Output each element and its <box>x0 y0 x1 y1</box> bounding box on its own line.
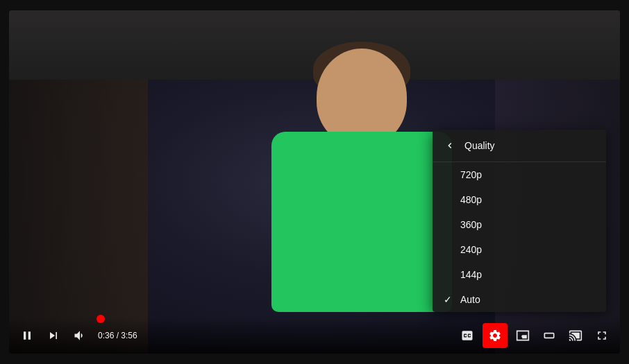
controls-row: 0:36 / 3:56 <box>9 323 620 354</box>
quality-option-240p[interactable]: 240p <box>433 237 606 262</box>
quality-option-360p-label: 360p <box>460 219 482 230</box>
settings-button[interactable] <box>483 323 508 348</box>
quality-option-auto-label: Auto <box>460 294 480 305</box>
quality-option-auto[interactable]: ✓ Auto <box>433 287 606 312</box>
time-display: 0:36 / 3:56 <box>98 331 137 340</box>
controls-bar: 0:36 / 3:56 <box>9 318 620 354</box>
cast-button[interactable] <box>564 324 587 347</box>
volume-button[interactable] <box>69 324 91 347</box>
quality-menu-header[interactable]: Quality <box>433 130 606 162</box>
quality-option-720p-label: 720p <box>460 169 482 180</box>
quality-option-480p[interactable]: 480p <box>433 187 606 212</box>
fullscreen-button[interactable] <box>591 324 613 347</box>
video-player: Quality 720p 480p 360p 240p 144p ✓ Auto <box>9 10 620 354</box>
back-icon <box>444 139 456 152</box>
person-head <box>317 49 407 146</box>
theater-mode-button[interactable] <box>538 324 560 347</box>
skip-button[interactable] <box>42 324 65 347</box>
quality-option-720p[interactable]: 720p <box>433 162 606 187</box>
quality-menu: Quality 720p 480p 360p 240p 144p ✓ Auto <box>433 130 606 312</box>
quality-menu-title: Quality <box>464 140 495 151</box>
progress-dot <box>97 315 105 323</box>
person-body <box>271 132 452 312</box>
quality-option-360p[interactable]: 360p <box>433 212 606 237</box>
quality-option-240p-label: 240p <box>460 244 482 255</box>
miniplayer-button[interactable] <box>512 324 534 347</box>
check-icon: ✓ <box>444 294 452 305</box>
quality-option-480p-label: 480p <box>460 194 482 205</box>
captions-button[interactable] <box>456 324 478 347</box>
quality-option-144p-label: 144p <box>460 269 482 280</box>
quality-option-144p[interactable]: 144p <box>433 262 606 287</box>
play-pause-button[interactable] <box>16 324 38 347</box>
